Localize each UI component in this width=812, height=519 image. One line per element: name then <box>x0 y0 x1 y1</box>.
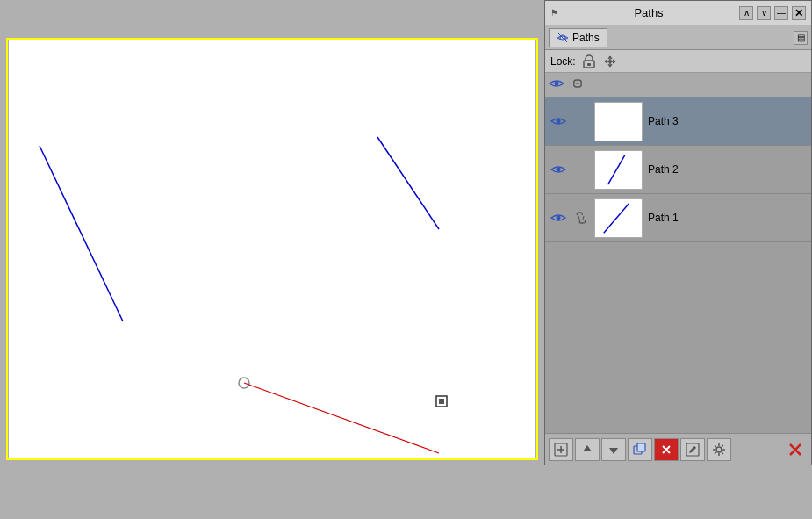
svg-rect-10 <box>587 63 591 66</box>
panel-title: Paths <box>558 6 739 19</box>
titlebar-controls: ∧ ∨ — ✕ <box>739 6 806 20</box>
paths-tab-label: Paths <box>572 32 600 44</box>
path2-thumbnail <box>594 150 643 190</box>
path1-thumbnail <box>594 198 643 238</box>
canvas-area <box>0 0 544 519</box>
svg-line-20 <box>578 216 579 220</box>
path3-visibility-toggle[interactable] <box>549 112 568 131</box>
chain-header-icon <box>571 77 584 90</box>
remove-path-button[interactable] <box>783 438 808 461</box>
collapse-up-button[interactable]: ∧ <box>739 6 753 20</box>
gimp-icon: ⚑ <box>550 8 558 18</box>
svg-point-34 <box>716 447 722 452</box>
svg-point-11 <box>608 60 612 63</box>
visibility-col-header <box>549 77 568 92</box>
path2-name: Path 2 <box>648 163 808 176</box>
svg-rect-15 <box>595 103 642 141</box>
paths-tab[interactable]: Paths <box>549 28 607 47</box>
move-path-down-button[interactable] <box>601 438 626 461</box>
canvas-svg[interactable] <box>9 40 535 479</box>
path-row-2[interactable]: Path 2 <box>545 146 811 194</box>
path3-name: Path 3 <box>648 115 808 127</box>
svg-point-12 <box>555 82 559 86</box>
path-row-3[interactable]: Path 3 <box>545 97 811 146</box>
paths-panel: ⚑ Paths ∧ ∨ — ✕ Paths ▤ Lock: <box>544 0 812 465</box>
path-row-1[interactable]: Path 1 <box>545 194 811 242</box>
minimize-button[interactable]: — <box>774 6 788 20</box>
path1-name: Path 1 <box>648 212 808 224</box>
panel-lock-bar: Lock: <box>545 50 811 73</box>
panel-toolbar <box>545 433 811 465</box>
svg-rect-28 <box>637 443 645 451</box>
path1-visibility-toggle[interactable] <box>549 208 568 227</box>
delete-path-button[interactable] <box>654 438 679 461</box>
configure-paths-button[interactable] <box>707 438 731 461</box>
svg-rect-17 <box>595 151 642 189</box>
close-panel-button[interactable]: ✕ <box>792 6 806 20</box>
lock-move-icon[interactable] <box>602 54 618 69</box>
panel-tab-bar: Paths ▤ <box>545 25 811 50</box>
canvas-wrapper <box>9 40 535 479</box>
path2-visibility-toggle[interactable] <box>549 160 568 179</box>
svg-point-19 <box>557 216 561 220</box>
eye-header-icon <box>549 77 564 90</box>
link-col-header <box>571 77 587 92</box>
path1-link-icon[interactable] <box>573 210 589 226</box>
svg-rect-22 <box>595 199 642 237</box>
duplicate-path-button[interactable] <box>628 438 652 461</box>
edit-path-button[interactable] <box>680 438 705 461</box>
add-path-button[interactable] <box>549 438 573 461</box>
svg-line-21 <box>583 216 584 220</box>
move-path-up-button[interactable] <box>575 438 600 461</box>
paths-tab-icon <box>557 32 569 44</box>
lock-position-icon[interactable] <box>581 54 597 69</box>
svg-point-14 <box>557 119 561 124</box>
paths-list-header <box>545 73 811 97</box>
panel-titlebar: ⚑ Paths ∧ ∨ — ✕ <box>545 1 811 25</box>
path3-thumbnail <box>594 102 643 141</box>
paths-list: Path 3 Path 2 <box>545 97 811 433</box>
svg-rect-6 <box>439 399 444 404</box>
collapse-down-button[interactable]: ∨ <box>757 6 771 20</box>
lock-label: Lock: <box>550 55 576 68</box>
svg-point-16 <box>557 168 561 172</box>
panel-menu-button[interactable]: ▤ <box>794 31 808 45</box>
tool-cursor-icon <box>435 395 448 407</box>
